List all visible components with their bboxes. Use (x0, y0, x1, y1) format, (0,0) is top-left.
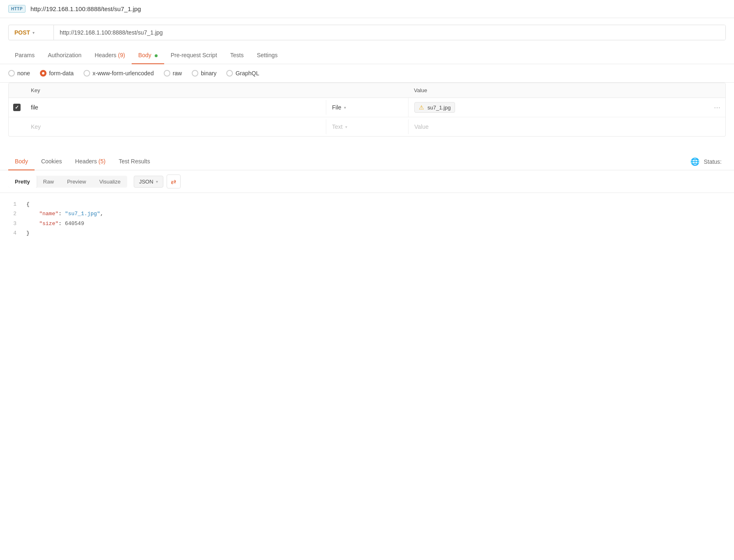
type-selector[interactable]: File ▾ (326, 100, 408, 115)
value-column-header: Value (408, 83, 709, 98)
empty-row-checkbox (9, 123, 25, 131)
radio-form-data[interactable]: form-data (40, 70, 74, 77)
title-url: http://192.168.1.100:8888/test/su7_1.jpg (30, 5, 141, 12)
radio-none[interactable]: none (8, 70, 30, 77)
response-tabs-right: 🌐 Status: (690, 157, 726, 166)
request-bar: POST ▾ (8, 25, 726, 40)
radio-graphql[interactable]: GraphQL (226, 70, 259, 77)
tab-params[interactable]: Params (8, 47, 41, 64)
response-code-block: 1 { 2 "name": "su7_1.jpg", 3 "size": 640… (0, 193, 734, 245)
line-number: 4 (8, 228, 16, 238)
response-headers-count: (5) (98, 158, 105, 165)
checkbox-checked-icon[interactable] (13, 104, 21, 111)
tab-headers[interactable]: Headers (9) (88, 47, 132, 64)
format-tab-raw[interactable]: Raw (37, 176, 60, 188)
code-content: } (26, 228, 30, 238)
table-row: file File ▾ ⚠ su7_1.jpg ⋯ (9, 98, 725, 117)
method-selector[interactable]: POST ▾ (9, 25, 54, 40)
radio-binary[interactable]: binary (192, 70, 216, 77)
format-tab-visualize[interactable]: Visualize (93, 176, 127, 188)
wrap-button[interactable]: ⇄ (167, 174, 181, 188)
warning-icon: ⚠ (419, 104, 424, 111)
radio-circle-graphql (226, 70, 233, 77)
response-tab-cookies[interactable]: Cookies (35, 153, 69, 170)
json-type-dropdown[interactable]: JSON ▾ (134, 176, 163, 188)
tab-settings[interactable]: Settings (250, 47, 284, 64)
more-options-icon[interactable]: ⋯ (714, 104, 720, 112)
file-badge: ⚠ su7_1.jpg (414, 102, 455, 113)
radio-urlencoded[interactable]: x-www-form-urlencoded (84, 70, 154, 77)
response-tab-body[interactable]: Body (8, 153, 35, 170)
key-column-header: Key (25, 83, 326, 98)
tab-authorization[interactable]: Authorization (41, 47, 88, 64)
body-dot (155, 54, 158, 57)
response-tab-test-results[interactable]: Test Results (112, 153, 156, 170)
tab-pre-request[interactable]: Pre-request Script (164, 47, 224, 64)
tab-tests[interactable]: Tests (224, 47, 251, 64)
key-field[interactable]: file (25, 100, 326, 115)
radio-raw[interactable]: raw (164, 70, 182, 77)
radio-circle-form-data (40, 70, 46, 77)
value-field[interactable]: ⚠ su7_1.jpg (408, 98, 709, 117)
chevron-down-icon: ▾ (344, 105, 346, 110)
format-tab-preview[interactable]: Preview (60, 176, 93, 188)
empty-type-selector[interactable]: Text ▾ (326, 119, 408, 134)
empty-value-field[interactable]: Value (408, 119, 709, 134)
radio-circle-raw (164, 70, 170, 77)
format-tab-pretty[interactable]: Pretty (8, 176, 37, 188)
code-content: "name": "su7_1.jpg", (26, 209, 103, 218)
row-action-cell: ⋯ (709, 100, 725, 116)
radio-circle-urlencoded (84, 70, 90, 77)
title-bar: HTTP http://192.168.1.100:8888/test/su7_… (0, 0, 734, 18)
line-number: 3 (8, 219, 16, 228)
format-tabs: Pretty Raw Preview Visualize (8, 176, 127, 188)
line-number: 1 (8, 200, 16, 209)
code-line-1: 1 { (8, 200, 726, 209)
table-row-empty: Key Text ▾ Value (9, 117, 725, 136)
request-tabs: Params Authorization Headers (9) Body Pr… (0, 47, 734, 64)
chevron-down-icon: ▾ (33, 30, 35, 35)
code-content: "size": 640549 (26, 219, 84, 228)
headers-count: (9) (118, 52, 125, 58)
code-line-3: 3 "size": 640549 (8, 219, 726, 228)
response-section: Body Cookies Headers (5) Test Results 🌐 … (0, 153, 734, 245)
globe-icon[interactable]: 🌐 (690, 157, 699, 166)
response-format-bar: Pretty Raw Preview Visualize JSON ▾ ⇄ (0, 170, 734, 193)
row-checkbox[interactable] (9, 100, 25, 115)
url-input[interactable] (54, 25, 725, 40)
line-number: 2 (8, 209, 16, 218)
radio-circle-binary (192, 70, 198, 77)
code-line-2: 2 "name": "su7_1.jpg", (8, 209, 726, 218)
response-tab-headers[interactable]: Headers (5) (69, 153, 112, 170)
wrap-icon: ⇄ (171, 178, 176, 186)
empty-row-action (709, 123, 725, 131)
http-badge: HTTP (8, 5, 26, 13)
status-label: Status: (704, 158, 722, 165)
body-type-row: none form-data x-www-form-urlencoded raw… (0, 64, 734, 83)
chevron-down-icon: ▾ (345, 125, 347, 129)
tab-body[interactable]: Body (132, 47, 164, 64)
table-header: Key Value (9, 83, 725, 98)
code-line-4: 4 } (8, 228, 726, 238)
code-content: { (26, 200, 30, 209)
radio-circle-none (8, 70, 15, 77)
form-data-table: Key Value file File ▾ ⚠ su7_1.jpg ⋯ Key … (8, 83, 726, 137)
method-label: POST (14, 29, 30, 36)
response-tabs-row: Body Cookies Headers (5) Test Results 🌐 … (0, 153, 734, 170)
response-tabs-left: Body Cookies Headers (5) Test Results (8, 153, 157, 170)
chevron-down-icon: ▾ (156, 179, 158, 184)
empty-key-field[interactable]: Key (25, 119, 326, 134)
